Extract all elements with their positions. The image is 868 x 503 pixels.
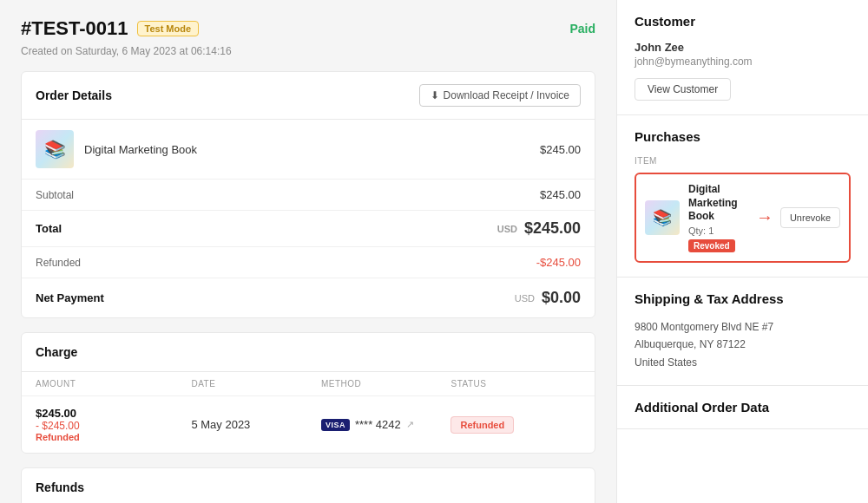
purchases-section: Purchases ITEM 📚 Digital Marketing Book … [617, 115, 868, 278]
total-value: $245.00 [524, 219, 581, 238]
item-thumbnail: 📚 [36, 130, 74, 168]
revoked-badge: Revoked [688, 239, 735, 252]
order-details-header: Order Details ⬇ Download Receipt / Invoi… [22, 72, 595, 120]
col-method: METHOD [321, 379, 451, 389]
sidebar: Customer John Zee john@bymeanything.com … [616, 0, 868, 503]
charge-columns: AMOUNT DATE METHOD STATUS [22, 372, 595, 396]
visa-logo: VISA [321, 419, 350, 431]
purchase-name: Digital Marketing Book [688, 183, 749, 224]
charge-refunded-label: Refunded [36, 432, 191, 442]
refunded-label: Refunded [36, 257, 81, 269]
total-row: Total USD $245.00 [22, 211, 595, 247]
purchase-item: 📚 Digital Marketing Book Qty: 1 Revoked … [635, 173, 851, 263]
subtotal-value: $245.00 [540, 188, 581, 201]
refunded-status-badge: Refunded [450, 416, 514, 434]
shipping-section: Shipping & Tax Address 9800 Montgomery B… [617, 278, 868, 386]
paid-badge: Paid [569, 22, 595, 36]
total-currency: USD [497, 224, 517, 234]
arrow-right-icon: → [756, 207, 773, 227]
charge-amount-cell: $245.00 - $245.00 Refunded [36, 407, 191, 442]
created-date: Created on Saturday, 6 May 2023 at 06:14… [21, 45, 595, 57]
charge-data-row: $245.00 - $245.00 Refunded 5 May 2023 VI… [22, 396, 595, 453]
subtotal-row: Subtotal $245.00 [22, 180, 595, 211]
charge-status-cell: Refunded [450, 418, 581, 431]
charge-date-cell: 5 May 2023 [191, 418, 321, 431]
purchases-col-label: ITEM [635, 156, 851, 166]
item-price: $245.00 [540, 143, 581, 156]
purchase-qty: Qty: 1 [688, 225, 749, 236]
view-customer-button[interactable]: View Customer [635, 78, 731, 101]
refunded-value: -$245.00 [536, 256, 581, 269]
net-payment-value: $0.00 [542, 289, 581, 307]
charge-refund-amount: - $245.00 [36, 420, 191, 432]
net-payment-row: Net Payment USD $0.00 [22, 278, 595, 317]
net-currency: USD [515, 293, 535, 304]
shipping-section-title: Shipping & Tax Address [635, 291, 851, 306]
col-status: STATUS [450, 379, 581, 389]
order-details-card: Order Details ⬇ Download Receipt / Invoi… [21, 71, 595, 318]
charge-card: Charge AMOUNT DATE METHOD STATUS $245.00… [21, 332, 595, 454]
page-header: #TEST-0011 Test Mode Paid [21, 17, 595, 40]
col-date: DATE [191, 379, 321, 389]
additional-order-title: Additional Order Data [635, 400, 851, 415]
order-item-row: 📚 Digital Marketing Book $245.00 [22, 120, 595, 180]
refunded-row: Refunded -$245.00 [22, 247, 595, 278]
main-content: #TEST-0011 Test Mode Paid Created on Sat… [0, 0, 616, 503]
customer-name: John Zee [635, 41, 851, 54]
address-line3: United States [635, 354, 851, 371]
col-amount: AMOUNT [36, 379, 191, 389]
purchase-info: Digital Marketing Book Qty: 1 Revoked [688, 183, 749, 252]
download-receipt-button[interactable]: ⬇ Download Receipt / Invoice [419, 84, 581, 107]
card-last4: **** 4242 [355, 418, 401, 431]
refunds-header: Refunds [22, 468, 595, 503]
download-icon: ⬇ [431, 89, 439, 101]
external-link-icon[interactable]: ↗ [406, 419, 414, 430]
purchase-thumbnail: 📚 [645, 200, 680, 235]
order-id: #TEST-0011 [21, 17, 128, 40]
additional-order-section: Additional Order Data [617, 386, 868, 429]
unrevoke-button[interactable]: Unrevoke [780, 207, 840, 228]
customer-email: john@bymeanything.com [635, 56, 851, 68]
net-payment-label: Net Payment [36, 291, 104, 304]
subtotal-label: Subtotal [36, 189, 74, 201]
item-name: Digital Marketing Book [84, 143, 540, 156]
shipping-address: 9800 Montgomery Blvd NE #7 Albuquerque, … [635, 318, 851, 371]
refunds-card: Refunds DATE AMOUNT REFUNDED STATUS [21, 467, 595, 503]
total-label: Total [36, 222, 62, 235]
test-mode-badge: Test Mode [137, 21, 200, 36]
customer-section: Customer John Zee john@bymeanything.com … [617, 0, 868, 115]
address-line1: 9800 Montgomery Blvd NE #7 [635, 318, 851, 336]
charge-header: Charge [22, 333, 595, 372]
charge-title: Charge [36, 345, 77, 359]
customer-section-title: Customer [635, 14, 851, 29]
charge-amount: $245.00 [36, 407, 191, 420]
order-details-title: Order Details [36, 88, 112, 102]
refunds-title: Refunds [36, 480, 84, 494]
address-line2: Albuquerque, NY 87122 [635, 336, 851, 353]
charge-method-cell: VISA **** 4242 ↗ [321, 418, 451, 431]
purchases-section-title: Purchases [635, 129, 851, 144]
